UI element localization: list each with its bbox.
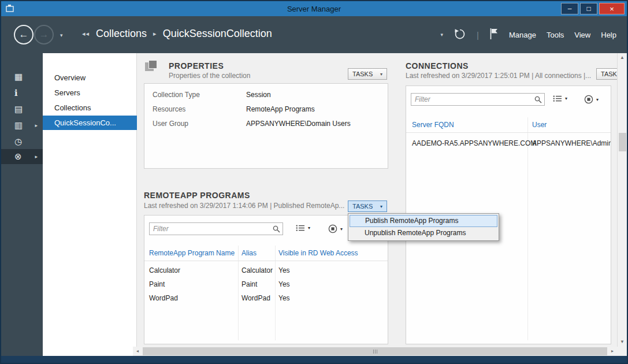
horizontal-scrollbar[interactable]: ◂ ▸ xyxy=(133,347,617,356)
breadcrumb-collections[interactable]: Collections xyxy=(96,28,147,40)
strip-item-dashboard[interactable]: ▦ xyxy=(1,69,43,84)
list-icon xyxy=(553,95,562,102)
scroll-up-icon[interactable]: ▲ xyxy=(618,53,627,62)
column-divider xyxy=(238,246,239,340)
server-manager-icon xyxy=(6,5,15,13)
scope-caret-icon[interactable]: ▾ xyxy=(441,32,444,38)
sidebar-item-servers[interactable]: Servers xyxy=(43,86,137,100)
dashboard-icon: ▦ xyxy=(14,72,23,82)
back-button[interactable]: ← xyxy=(14,25,34,44)
menu-item-unpublish-remoteapp[interactable]: Unpublish RemoteApp Programs xyxy=(350,227,497,239)
menu-manage[interactable]: Manage xyxy=(509,31,536,39)
table-row[interactable]: AADEMO-RA5.APPSANYWHERE.COM APPSANYWHERE… xyxy=(406,139,611,152)
close-button[interactable]: × xyxy=(599,3,625,14)
caret-down-icon: ▾ xyxy=(340,226,343,232)
breadcrumb: ◂◂ Collections ▸ QuickSessionCollection xyxy=(82,28,272,40)
menu-tools[interactable]: Tools xyxy=(547,31,564,39)
scrollbar-corner xyxy=(617,347,627,356)
vertical-scrollbar[interactable]: ▲ ▼ xyxy=(617,53,627,347)
table-row[interactable]: Calculator Calculator Yes xyxy=(144,266,388,279)
cell-user: APPSANYWHERE\Adminis xyxy=(532,139,611,147)
tasks-menu: Publish RemoteApp Programs Unpublish Rem… xyxy=(348,213,499,241)
scroll-down-icon[interactable]: ▼ xyxy=(618,337,627,347)
breadcrumb-separator-icon: ▸ xyxy=(153,30,157,38)
sidebar-item-collections[interactable]: Collections xyxy=(43,101,137,115)
saved-queries-button[interactable]: ▾ xyxy=(584,95,599,104)
strip-item-rds[interactable]: ⊗▸ xyxy=(1,149,43,164)
sidebar-item-overview[interactable]: Overview xyxy=(43,70,137,85)
properties-tasks-button[interactable]: TASKS ▾ xyxy=(348,68,387,80)
scroll-right-icon[interactable]: ▸ xyxy=(608,347,617,356)
history-caret-icon[interactable]: ▾ xyxy=(60,32,63,38)
rds-icon: ⊗ xyxy=(14,151,22,162)
menu-view[interactable]: View xyxy=(574,31,590,39)
minimize-icon: – xyxy=(568,5,572,13)
column-header-user[interactable]: User xyxy=(532,121,547,129)
close-icon: × xyxy=(610,5,614,13)
forward-button[interactable]: → xyxy=(34,25,54,44)
sidebar-item-label: Overview xyxy=(54,73,86,82)
horizontal-scroll-thumb[interactable] xyxy=(143,347,607,355)
caret-down-icon: ▾ xyxy=(596,97,599,102)
notifications-flag-icon[interactable] xyxy=(489,28,499,42)
properties-box: Collection Type Session Resources Remote… xyxy=(144,83,388,169)
strip-item-history[interactable]: ◷ xyxy=(1,134,43,149)
saved-queries-button[interactable]: ▾ xyxy=(328,224,343,233)
connections-subtitle: Last refreshed on 3/29/2017 1:25:01 PM |… xyxy=(406,72,591,80)
list-icon xyxy=(296,224,305,232)
tasks-label: TASKS xyxy=(601,70,617,77)
column-filter-button[interactable]: ▾ xyxy=(296,224,310,232)
sidebar-item-quicksessioncollection[interactable]: QuickSessionCo... xyxy=(43,116,137,130)
scroll-left-icon[interactable]: ◂ xyxy=(133,347,142,356)
sidebar-item-label: Servers xyxy=(54,88,80,97)
refresh-icon[interactable] xyxy=(454,28,466,42)
vertical-scroll-thumb[interactable] xyxy=(619,133,626,151)
expand-icon[interactable]: ▸ xyxy=(35,154,38,159)
window-controls: – □ × xyxy=(561,3,625,14)
caret-down-icon: ▾ xyxy=(380,204,382,209)
sidebar-item-label: Collections xyxy=(54,103,91,112)
remoteapp-tasks-button[interactable]: TASKS ▾ xyxy=(348,200,387,212)
search-icon xyxy=(273,225,280,235)
expand-icon[interactable]: ▸ xyxy=(35,122,38,128)
column-header-visible[interactable]: Visible in RD Web Access xyxy=(278,249,358,257)
column-filter-button[interactable]: ▾ xyxy=(553,95,567,102)
column-header-fqdn[interactable]: Server FQDN xyxy=(412,121,454,129)
maximize-button[interactable]: □ xyxy=(580,3,597,14)
column-header-name[interactable]: RemoteApp Program Name xyxy=(149,249,235,257)
menu-item-publish-remoteapp[interactable]: Publish RemoteApp Programs xyxy=(350,215,497,227)
strip-item-file-storage[interactable]: ▥▸ xyxy=(1,118,43,133)
header-divider xyxy=(144,261,388,261)
nav-divider: | xyxy=(477,30,479,40)
properties-subtitle: Properties of the collection xyxy=(169,72,250,80)
navigation-bar: ← → ▾ ◂◂ Collections ▸ QuickSessionColle… xyxy=(1,16,627,53)
maximize-icon: □ xyxy=(586,5,590,13)
connections-tasks-button[interactable]: TASKS ▾ xyxy=(596,68,617,80)
remoteapp-filter-input[interactable] xyxy=(149,222,283,235)
properties-title: PROPERTIES xyxy=(169,61,224,70)
window-title: Server Manager xyxy=(1,5,627,13)
server-manager-window: Server Manager – □ × ← → ▾ ◂◂ Collection… xyxy=(0,0,628,364)
cell-fqdn: AADEMO-RA5.APPSANYWHERE.COM xyxy=(412,139,536,147)
main-content: PROPERTIES Properties of the collection … xyxy=(137,53,617,347)
prop-label: Resources xyxy=(153,105,185,113)
nav-right-cluster: ▾ | Manage Tools View Help xyxy=(441,16,616,53)
save-circle-icon xyxy=(328,224,337,233)
column-header-alias[interactable]: Alias xyxy=(241,249,257,257)
cell-name: WordPad xyxy=(149,294,178,302)
window-bottom-frame xyxy=(1,356,627,363)
minimize-button[interactable]: – xyxy=(561,3,578,14)
table-row[interactable]: Paint Paint Yes xyxy=(144,280,388,293)
strip-item-all-servers[interactable]: ▤ xyxy=(1,102,43,117)
menu-help[interactable]: Help xyxy=(601,31,616,39)
table-row[interactable]: WordPad WordPad Yes xyxy=(144,294,388,307)
sidebar: Overview Servers Collections QuickSessio… xyxy=(43,53,137,356)
caret-down-icon: ▾ xyxy=(565,96,567,101)
prop-label: User Group xyxy=(153,120,188,128)
strip-item-local-server[interactable]: ℹ xyxy=(1,86,43,101)
connections-filter-input[interactable] xyxy=(411,93,545,106)
header-divider xyxy=(406,132,611,133)
cell-name: Calculator xyxy=(149,266,180,274)
breadcrumb-collapse-icon[interactable]: ◂◂ xyxy=(82,30,90,38)
left-icon-strip: ▦ ℹ ▤ ▥▸ ◷ ⊗▸ xyxy=(1,53,43,356)
